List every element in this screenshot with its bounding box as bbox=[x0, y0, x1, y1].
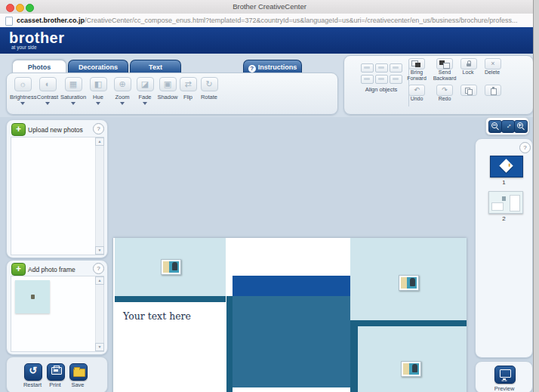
left-text-placeholder[interactable]: Your text here bbox=[123, 310, 191, 322]
address-bar[interactable]: ccasset.brother.co.jp/CreativeCenter/cc_… bbox=[0, 14, 539, 28]
shadow-icon[interactable]: ▣ bbox=[159, 77, 177, 91]
upload-photos-label: Upload new photos bbox=[28, 126, 83, 134]
shadow-tool[interactable]: ▣ Shadow bbox=[155, 77, 180, 100]
brand-header: brother at your side BROTHER CreativeCen… bbox=[0, 27, 539, 55]
pan-button[interactable]: ↔ bbox=[501, 120, 515, 133]
restart-button[interactable]: ↺ bbox=[24, 363, 42, 381]
paste-button[interactable] bbox=[485, 85, 501, 96]
help-icon[interactable]: ? bbox=[93, 123, 104, 134]
lock-label: Lock bbox=[457, 69, 479, 76]
flip-tool[interactable]: ⇄ Flip bbox=[178, 77, 198, 100]
photo-placeholder-icon[interactable] bbox=[161, 259, 181, 275]
chevron-down-icon[interactable] bbox=[45, 102, 50, 105]
photo-placeholder-icon[interactable] bbox=[401, 361, 421, 377]
brightness-icon[interactable]: ☼ bbox=[14, 77, 32, 91]
file-actions-panel: ↺ Restart Print Save bbox=[6, 357, 108, 392]
photo-frame-panel: + Add photo frame ? ▲ ▼ bbox=[6, 260, 108, 355]
scrollbar[interactable]: ▲ ▼ bbox=[95, 276, 103, 351]
main-area: + Upload new photos ? ▲ ▼ + Add photo fr… bbox=[0, 117, 539, 392]
add-icon[interactable]: + bbox=[11, 263, 26, 276]
upload-photos-panel: + Upload new photos ? ▲ ▼ bbox=[6, 119, 108, 258]
chevron-down-icon[interactable] bbox=[143, 102, 147, 105]
page-2-art bbox=[510, 195, 520, 211]
hue-label: Hue bbox=[87, 94, 109, 100]
contrast-tool[interactable]: ◐ Contrast bbox=[35, 77, 60, 105]
help-icon[interactable]: ? bbox=[519, 142, 531, 153]
page-2-art bbox=[491, 202, 504, 211]
window-title: Brother CreativeCenter bbox=[0, 2, 539, 11]
saturation-tool[interactable]: ▦ Saturation bbox=[60, 77, 87, 105]
right-column-divider bbox=[350, 320, 467, 326]
align-center-button[interactable] bbox=[375, 63, 388, 73]
align-middle-button[interactable] bbox=[375, 75, 388, 84]
chevron-down-icon[interactable] bbox=[96, 102, 100, 105]
preview-button[interactable] bbox=[494, 366, 516, 384]
print-button[interactable] bbox=[47, 363, 65, 381]
preview-panel: Preview bbox=[475, 361, 533, 392]
photo-frame-thumbnail[interactable] bbox=[15, 280, 50, 313]
shadow-label: Shadow bbox=[155, 94, 180, 100]
fade-tool[interactable]: ◪ Fade bbox=[134, 77, 156, 105]
right-box-photo-area[interactable] bbox=[358, 326, 467, 392]
save-button[interactable] bbox=[69, 363, 88, 381]
url-domain: ccasset.brother.co.jp bbox=[17, 17, 85, 24]
lock-button[interactable] bbox=[460, 58, 477, 69]
instructions-label: Instructions bbox=[258, 63, 297, 71]
zoom-in-button[interactable] bbox=[514, 120, 528, 133]
fade-icon[interactable]: ◪ bbox=[137, 77, 154, 91]
toolbar-zone: Photos Decorations Text ?Instructions ☼ … bbox=[0, 54, 539, 117]
undo-button[interactable]: ↶ bbox=[408, 85, 425, 96]
page-icon bbox=[5, 17, 13, 26]
align-top-button[interactable] bbox=[361, 75, 374, 84]
page-2-thumbnail[interactable] bbox=[488, 191, 523, 214]
chevron-down-icon[interactable] bbox=[20, 102, 25, 105]
middle-column-band[interactable] bbox=[233, 276, 350, 296]
resize-arrow-icon: ↔ bbox=[501, 119, 515, 132]
page-1-thumbnail[interactable] bbox=[490, 156, 523, 177]
photo-frame-list[interactable]: ▲ ▼ bbox=[11, 276, 104, 352]
zoom-out-button[interactable] bbox=[488, 120, 502, 133]
brightness-label: Brightness bbox=[10, 94, 35, 100]
photo-placeholder-icon[interactable] bbox=[399, 275, 419, 291]
scroll-up-icon[interactable]: ▲ bbox=[95, 276, 104, 285]
scroll-up-icon[interactable]: ▲ bbox=[95, 137, 104, 146]
saturation-label: Saturation bbox=[60, 94, 87, 100]
middle-column-block[interactable] bbox=[233, 296, 350, 387]
brightness-tool[interactable]: ☼ Brightness bbox=[10, 77, 35, 105]
bring-forward-button[interactable] bbox=[408, 58, 425, 69]
scroll-down-icon[interactable]: ▼ bbox=[95, 343, 104, 351]
brochure-page[interactable]: Your text here Your text here Your text … bbox=[113, 238, 467, 392]
redo-button[interactable]: ↷ bbox=[436, 85, 453, 96]
monitor-icon bbox=[500, 369, 511, 378]
align-right-button[interactable] bbox=[390, 63, 402, 73]
send-backward-label: Send Backward bbox=[431, 69, 458, 82]
scroll-down-icon[interactable]: ▼ bbox=[95, 246, 104, 255]
page-2-art bbox=[502, 196, 506, 201]
copy-button[interactable] bbox=[460, 85, 477, 96]
pages-panel: ? 1 2 bbox=[475, 138, 533, 358]
send-backward-button[interactable] bbox=[436, 58, 453, 69]
hue-tool[interactable]: ◧ Hue bbox=[87, 77, 109, 105]
contrast-icon[interactable]: ◐ bbox=[39, 77, 57, 91]
chevron-down-icon[interactable] bbox=[71, 102, 75, 105]
zoom-icon[interactable]: ⊕ bbox=[114, 77, 131, 91]
rotate-tool[interactable]: ↻ Rotate bbox=[197, 77, 221, 100]
zoom-tool[interactable]: ⊕ Zoom bbox=[110, 77, 134, 105]
add-icon[interactable]: + bbox=[11, 123, 26, 136]
delete-button[interactable]: × bbox=[485, 58, 501, 69]
align-left-button[interactable] bbox=[361, 63, 374, 73]
hue-icon[interactable]: ◧ bbox=[90, 77, 107, 91]
brother-tagline: at your side bbox=[11, 45, 37, 50]
window-edge bbox=[533, 0, 539, 392]
chevron-down-icon[interactable] bbox=[120, 102, 125, 105]
uploaded-photos-list[interactable]: ▲ ▼ bbox=[11, 137, 104, 255]
saturation-icon[interactable]: ▦ bbox=[65, 77, 82, 91]
page-2-number: 2 bbox=[476, 215, 532, 222]
align-bottom-button[interactable] bbox=[390, 75, 402, 84]
rotate-icon[interactable]: ↻ bbox=[201, 77, 218, 91]
align-objects-label: Align objects bbox=[352, 86, 411, 93]
contrast-label: Contrast bbox=[35, 94, 60, 100]
flip-icon[interactable]: ⇄ bbox=[180, 77, 197, 91]
scrollbar[interactable]: ▲ ▼ bbox=[95, 137, 103, 255]
help-icon[interactable]: ? bbox=[93, 263, 104, 274]
